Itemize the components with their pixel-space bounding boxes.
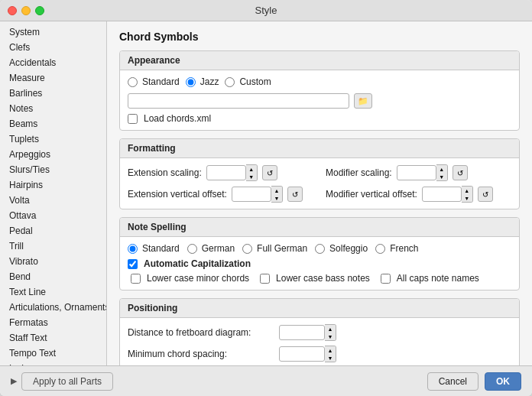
dist-fretboard-label: Distance to fretboard diagram: [128, 327, 273, 338]
dist-fretboard-up[interactable]: ▲ [325, 325, 336, 333]
min-chord-up[interactable]: ▲ [325, 346, 336, 354]
all-caps-checkbox[interactable] [381, 274, 391, 284]
sidebar-item-ottava[interactable]: Ottava [0, 208, 106, 223]
min-chord-down[interactable]: ▼ [325, 354, 336, 362]
jazz-radio[interactable] [186, 77, 196, 87]
auto-cap-label[interactable]: Automatic Capitalization [128, 258, 511, 269]
sidebar-item-measure[interactable]: Measure [0, 70, 106, 86]
sidebar-item-volta[interactable]: Volta [0, 193, 106, 208]
standard-radio-label[interactable]: Standard [128, 76, 180, 87]
file-browse-button[interactable]: 📁 [354, 93, 372, 109]
ext-vert-reset[interactable]: ↺ [287, 187, 303, 202]
lower-bass-label[interactable]: Lower case bass notes [260, 273, 370, 284]
sidebar-item-vibrato[interactable]: Vibrato [0, 254, 106, 269]
mod-vert-input[interactable]: 0.00 [422, 187, 462, 202]
apply-all-parts-button[interactable]: Apply to all Parts [21, 372, 113, 391]
solfeggio-spelling-radio[interactable] [315, 244, 325, 254]
minimize-button[interactable] [21, 6, 31, 15]
load-chords-label: Load chords.xml [144, 113, 211, 124]
french-spelling-label[interactable]: French [375, 243, 418, 254]
min-chord-spinner-buttons: ▲ ▼ [325, 346, 336, 362]
titlebar-buttons [8, 6, 44, 15]
mod-vert-reset[interactable]: ↺ [478, 187, 493, 202]
ext-vert-label: Extension vertical offset: [128, 189, 227, 200]
load-chords-checkbox[interactable] [128, 114, 138, 124]
ext-vert-spinner-buttons: ▲ ▼ [271, 186, 283, 203]
custom-radio[interactable] [225, 77, 235, 87]
mod-scaling-label: Modifier scaling: [326, 167, 392, 178]
sidebar-item-clefs[interactable]: Clefs [0, 40, 106, 55]
ext-vert-up[interactable]: ▲ [271, 187, 282, 194]
note-spelling-header: Note Spelling [120, 218, 519, 237]
sidebar-item-beams[interactable]: Beams [0, 116, 106, 131]
lower-minor-label[interactable]: Lower case minor chords [131, 273, 249, 284]
sidebar: System Clefs Accidentals Measure Barline… [0, 21, 107, 365]
german-spelling-radio[interactable] [187, 244, 197, 254]
french-spelling-text: French [390, 243, 418, 254]
sidebar-item-arpeggios[interactable]: Arpeggios [0, 147, 106, 162]
sidebar-item-articulations[interactable]: Articulations, Ornaments [0, 300, 106, 315]
lower-minor-text: Lower case minor chords [147, 273, 249, 284]
close-button[interactable] [8, 6, 17, 15]
lower-minor-checkbox[interactable] [131, 274, 141, 284]
standard-spelling-text: Standard [142, 243, 180, 254]
sidebar-item-tempo-text[interactable]: Tempo Text [0, 346, 106, 361]
file-input-row: chords_jazz.xml 📁 [128, 93, 372, 109]
sidebar-item-hairpins[interactable]: Hairpins [0, 177, 106, 193]
sidebar-item-pedal[interactable]: Pedal [0, 223, 106, 239]
sidebar-item-accidentals[interactable]: Accidentals [0, 55, 106, 70]
min-chord-input[interactable]: 0.50sp [279, 346, 325, 362]
standard-radio[interactable] [128, 77, 138, 87]
appearance-section: Appearance Standard Jazz Cus [119, 50, 520, 131]
custom-radio-label[interactable]: Custom [225, 76, 271, 87]
ext-scaling-down[interactable]: ▼ [246, 173, 257, 180]
mod-scaling-down[interactable]: ▼ [436, 173, 447, 180]
cancel-button[interactable]: Cancel [427, 372, 478, 391]
dist-fretboard-row: Distance to fretboard diagram: 1.00sp ▲ … [128, 324, 511, 341]
min-chord-row: Minimum chord spacing: 0.50sp ▲ ▼ [128, 346, 511, 362]
mod-vert-up[interactable]: ▲ [462, 187, 472, 194]
sidebar-item-slurs-ties[interactable]: Slurs/Ties [0, 162, 106, 177]
mod-scaling-row: Modifier scaling: 1.00 ▲ ▼ ↺ [326, 164, 511, 181]
sidebar-item-bend[interactable]: Bend [0, 269, 106, 284]
french-spelling-radio[interactable] [375, 244, 385, 254]
sidebar-item-trill[interactable]: Trill [0, 239, 106, 254]
full-german-spelling-radio[interactable] [242, 244, 252, 254]
lower-bass-checkbox[interactable] [260, 274, 270, 284]
positioning-body: Distance to fretboard diagram: 1.00sp ▲ … [120, 318, 519, 365]
sidebar-item-staff-text[interactable]: Staff Text [0, 330, 106, 346]
sidebar-item-barlines[interactable]: Barlines [0, 86, 106, 101]
ext-scaling-input[interactable]: 1.00 [206, 165, 246, 180]
sidebar-item-system[interactable]: System [0, 24, 106, 40]
full-german-spelling-label[interactable]: Full German [242, 243, 307, 254]
sidebar-item-text-line[interactable]: Text Line [0, 284, 106, 300]
mod-scaling-spinner: 1.00 ▲ ▼ [397, 164, 448, 181]
ok-button[interactable]: OK [485, 372, 521, 391]
ext-vert-down[interactable]: ▼ [271, 194, 282, 202]
dist-fretboard-input[interactable]: 1.00sp [279, 325, 325, 340]
chords-file-input[interactable]: chords_jazz.xml [128, 93, 349, 109]
mod-scaling-reset[interactable]: ↺ [453, 165, 468, 180]
sidebar-item-tuplets[interactable]: Tuplets [0, 131, 106, 147]
sidebar-item-notes[interactable]: Notes [0, 101, 106, 116]
load-chords-row: Load chords.xml [128, 113, 511, 124]
standard-spelling-label[interactable]: Standard [128, 243, 180, 254]
window-title: Style [255, 5, 277, 16]
ext-scaling-reset[interactable]: ↺ [262, 165, 277, 180]
mod-vert-down[interactable]: ▼ [462, 194, 472, 202]
all-caps-label[interactable]: All caps note names [381, 273, 479, 284]
mod-scaling-up[interactable]: ▲ [436, 165, 447, 173]
solfeggio-spelling-label[interactable]: Solfeggio [315, 243, 368, 254]
dist-fretboard-down[interactable]: ▼ [325, 333, 336, 340]
window: Style System Clefs Accidentals Measure B… [0, 0, 532, 396]
ext-scaling-up[interactable]: ▲ [246, 165, 257, 173]
auto-cap-checkbox[interactable] [128, 259, 138, 269]
standard-spelling-radio[interactable] [128, 244, 138, 254]
appearance-radio-row: Standard Jazz Custom chords_jazz.xml [128, 76, 511, 109]
sidebar-item-fermatas[interactable]: Fermatas [0, 315, 106, 330]
ext-vert-input[interactable]: 0.00 [232, 187, 271, 202]
jazz-radio-label[interactable]: Jazz [186, 76, 219, 87]
maximize-button[interactable] [35, 6, 44, 15]
mod-scaling-input[interactable]: 1.00 [397, 165, 436, 180]
german-spelling-label[interactable]: German [187, 243, 235, 254]
